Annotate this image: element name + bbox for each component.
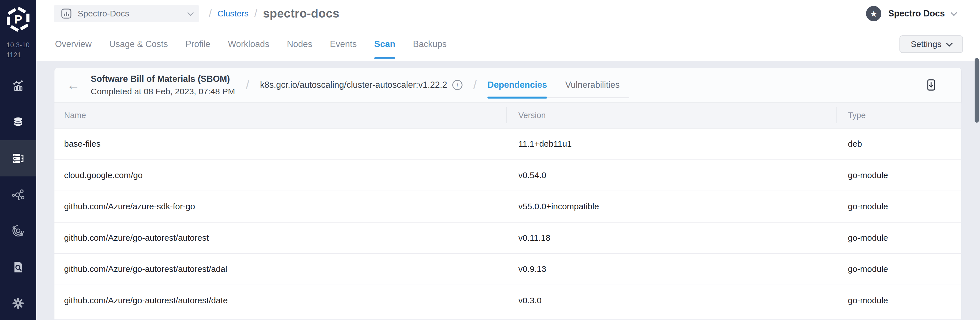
app-root: P 10.3-101121 <box>0 0 980 320</box>
cell-type: go-module <box>836 233 961 243</box>
tenant-label: Spectro Docs <box>888 8 945 19</box>
cell-version: v0.9.13 <box>506 264 836 274</box>
star-icon: ★ <box>870 9 878 19</box>
cell-type: go-module <box>836 296 961 305</box>
sbom-completed-at: Completed at 08 Feb, 2023, 07:48 PM <box>91 87 235 96</box>
chevron-down-icon <box>946 40 953 46</box>
content-area: ← Software Bill of Materials (SBOM) Comp… <box>36 61 980 320</box>
tab-usage-costs[interactable]: Usage & Costs <box>109 27 168 61</box>
table-row[interactable]: cloud.google.com/go v0.54.0 go-module <box>54 160 961 192</box>
path-separator: / <box>246 78 249 92</box>
scanned-image: k8s.gcr.io/autoscaling/cluster-autoscale… <box>260 80 463 90</box>
breadcrumb: / Clusters / spectro-docs <box>209 7 339 21</box>
sidebar-nav <box>0 68 36 320</box>
breadcrumb-separator: / <box>209 8 212 20</box>
palette-logo-icon: P <box>5 6 31 32</box>
clusters-icon <box>11 152 25 165</box>
sbom-card-header: ← Software Bill of Materials (SBOM) Comp… <box>54 68 961 103</box>
cell-name: cloud.google.com/go <box>54 171 506 180</box>
cell-version: v55.0.0+incompatible <box>506 202 836 211</box>
download-sbom-button[interactable] <box>924 78 937 92</box>
cluster-tabs: Overview Usage & Costs Profile Workloads… <box>55 27 447 61</box>
download-file-icon <box>924 78 937 92</box>
analytics-icon <box>11 79 25 93</box>
cell-version: 11.1+deb11u1 <box>506 139 836 149</box>
breadcrumb-current: spectro-docs <box>263 7 339 21</box>
cell-type: deb <box>836 139 961 149</box>
chevron-down-icon <box>951 10 957 16</box>
cell-name: github.com/Azure/go-autorest/autorest/da… <box>54 296 506 305</box>
tab-backups[interactable]: Backups <box>413 27 447 61</box>
chevron-down-icon <box>188 10 194 16</box>
breadcrumb-separator: / <box>255 8 258 20</box>
breadcrumb-link-clusters[interactable]: Clusters <box>218 9 249 18</box>
sbom-titles: Software Bill of Materials (SBOM) Comple… <box>91 74 235 96</box>
tab-overview[interactable]: Overview <box>55 27 92 61</box>
vertical-scrollbar-thumb[interactable] <box>975 58 979 123</box>
sidebar-item-clusters[interactable] <box>0 140 36 176</box>
table-row[interactable]: base-files 11.1+deb11u1 deb <box>54 128 961 160</box>
top-header: Spectro-Docs / Clusters / spectro-docs ★… <box>36 0 980 27</box>
gear-icon <box>11 296 25 310</box>
version-label: 10.3-101121 <box>6 40 30 60</box>
sidebar-item-monitoring[interactable] <box>0 68 36 104</box>
column-header-type: Type <box>836 111 961 120</box>
tenant-avatar: ★ <box>866 6 881 21</box>
table-row[interactable]: github.com/Azure/go-autorest/autorest/da… <box>54 285 961 317</box>
project-selector-label: Spectro-Docs <box>78 9 188 18</box>
scanned-image-name: k8s.gcr.io/autoscaling/cluster-autoscale… <box>260 80 447 90</box>
tab-profile[interactable]: Profile <box>185 27 210 61</box>
main-area: Spectro-Docs / Clusters / spectro-docs ★… <box>36 0 980 320</box>
table-row[interactable]: github.com/Azure/go-autorest/autorest/ad… <box>54 254 961 285</box>
layers-icon <box>11 115 25 129</box>
project-chart-icon <box>60 7 73 20</box>
cell-type: go-module <box>836 264 961 274</box>
cell-version: v0.54.0 <box>506 171 836 180</box>
doc-search-icon <box>11 260 25 274</box>
back-arrow-icon[interactable]: ← <box>67 78 80 92</box>
tab-scan[interactable]: Scan <box>374 27 395 61</box>
settings-button[interactable]: Settings <box>899 35 963 53</box>
tab-nodes[interactable]: Nodes <box>287 27 312 61</box>
path-separator: / <box>473 78 477 92</box>
cell-type: go-module <box>836 202 961 211</box>
sbom-result-tabs: Dependencies Vulnerabilities <box>487 68 629 102</box>
sidebar-item-ecosystem[interactable] <box>0 213 36 249</box>
orbit-icon <box>11 224 25 238</box>
palette-logo[interactable]: P <box>5 6 31 32</box>
cell-version: v0.11.18 <box>506 233 836 243</box>
table-row[interactable]: github.com/Azure/azure-sdk-for-go v55.0.… <box>54 191 961 223</box>
cell-name: github.com/Azure/azure-sdk-for-go <box>54 202 506 211</box>
svg-text:P: P <box>14 13 22 26</box>
table-row-partial <box>54 316 961 320</box>
table-header: Name Version Type <box>54 103 961 128</box>
column-header-version: Version <box>506 111 836 120</box>
cluster-tabbar: Overview Usage & Costs Profile Workloads… <box>36 27 980 61</box>
cell-name: github.com/Azure/go-autorest/autorest/ad… <box>54 264 506 274</box>
tab-vulnerabilities[interactable]: Vulnerabilities <box>565 68 620 102</box>
sbom-card: ← Software Bill of Materials (SBOM) Comp… <box>54 68 961 320</box>
sidebar-item-audit[interactable] <box>0 249 36 285</box>
table-row[interactable]: github.com/Azure/go-autorest/autorest v0… <box>54 223 961 254</box>
project-selector[interactable]: Spectro-Docs <box>54 5 199 22</box>
sidebar: P 10.3-101121 <box>0 0 36 320</box>
info-icon[interactable]: i <box>452 80 463 90</box>
network-icon <box>11 188 25 201</box>
cell-name: github.com/Azure/go-autorest/autorest <box>54 233 506 243</box>
sidebar-item-settings[interactable] <box>0 285 36 320</box>
tab-workloads[interactable]: Workloads <box>228 27 269 61</box>
sidebar-item-workspaces[interactable] <box>0 176 36 213</box>
sidebar-item-profiles[interactable] <box>0 104 36 140</box>
cell-version: v0.3.0 <box>506 296 836 305</box>
cell-name: base-files <box>54 139 506 149</box>
tab-dependencies[interactable]: Dependencies <box>487 68 547 102</box>
settings-button-label: Settings <box>911 40 942 49</box>
column-header-name: Name <box>54 111 506 120</box>
cell-type: go-module <box>836 171 961 180</box>
tenant-switcher[interactable]: ★ Spectro Docs <box>866 6 956 21</box>
sbom-title: Software Bill of Materials (SBOM) <box>91 74 235 84</box>
tab-events[interactable]: Events <box>330 27 357 61</box>
